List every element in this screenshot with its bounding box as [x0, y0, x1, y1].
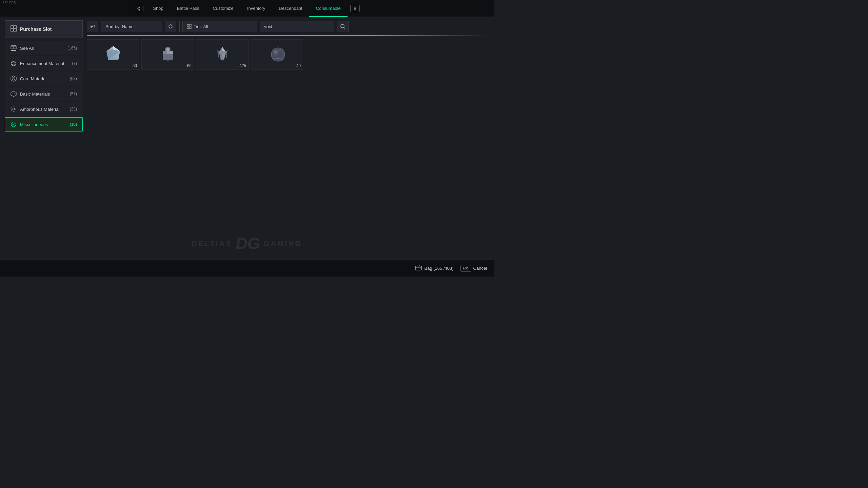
- svg-rect-3: [14, 29, 16, 31]
- item-grid: 50 65: [87, 39, 489, 70]
- nav-key-right[interactable]: E: [350, 5, 360, 12]
- fps-counter: 160 FPS: [3, 1, 16, 5]
- sidebar-item-see-all[interactable]: See All (165): [5, 41, 83, 55]
- enhancement-material-icon: [11, 60, 17, 66]
- svg-marker-7: [12, 77, 15, 80]
- sort-select[interactable]: Sort by: Name: [101, 21, 162, 32]
- watermark-right: GAMING: [263, 239, 302, 248]
- purchase-slot-label: Purchase Slot: [20, 26, 52, 32]
- svg-point-10: [13, 108, 15, 110]
- sidebar-amorphous-label: Amorphous Material: [20, 107, 59, 112]
- sidebar-amorphous-count: (23): [70, 107, 77, 111]
- search-input[interactable]: [260, 21, 334, 32]
- search-button[interactable]: [337, 21, 349, 32]
- sidebar-see-all-count: (165): [67, 46, 77, 50]
- item-card-2[interactable]: 65: [141, 39, 194, 70]
- toolbar-divider: [179, 21, 180, 32]
- svg-rect-0: [11, 26, 13, 28]
- sidebar-see-all-label: See All: [20, 46, 34, 51]
- item-count-3: 425: [239, 63, 246, 68]
- sidebar-core-count: (68): [70, 76, 77, 81]
- miscellaneous-icon: [11, 121, 17, 127]
- item-count-1: 50: [133, 63, 137, 68]
- sidebar-item-misc-left: Miscellaneous: [11, 121, 48, 127]
- sidebar-item-miscellaneous[interactable]: Miscellaneous (10): [5, 117, 83, 131]
- sidebar-item-amorphous-left: Amorphous Material: [11, 106, 59, 112]
- nav-item-shop[interactable]: Shop: [146, 0, 170, 17]
- svg-marker-6: [11, 76, 16, 81]
- tier-select[interactable]: Tier: All: [182, 21, 257, 32]
- sidebar-core-label: Core Material: [20, 76, 46, 81]
- core-material-icon: [11, 76, 17, 82]
- svg-point-9: [11, 107, 16, 111]
- purchase-slot-button[interactable]: Purchase Slot: [5, 20, 83, 38]
- sidebar-basic-label: Basic Materials: [20, 92, 50, 97]
- sidebar-item-see-all-left: See All: [11, 45, 34, 51]
- see-all-icon: [11, 45, 17, 51]
- svg-rect-12: [187, 24, 189, 26]
- item-card-3[interactable]: 425: [196, 39, 249, 70]
- sidebar-basic-count: (57): [70, 92, 77, 96]
- sidebar: Purchase Slot See All (165): [5, 20, 83, 273]
- sidebar-enhancement-label: Enhancement Material: [20, 61, 64, 66]
- svg-rect-27: [163, 51, 167, 60]
- bottom-bar: Bag (165 /403) Esc Cancel: [0, 260, 494, 277]
- sidebar-enhancement-count: (7): [72, 61, 77, 66]
- bag-label: Bag (165 /403): [425, 266, 454, 271]
- item-count-2: 65: [187, 63, 192, 68]
- nav-item-customize[interactable]: Customize: [206, 0, 240, 17]
- nav-item-consumable[interactable]: Consumable: [309, 0, 348, 17]
- cancel-label: Cancel: [473, 266, 487, 271]
- svg-rect-42: [415, 266, 421, 270]
- sidebar-item-enhancement-material[interactable]: Enhancement Material (7): [5, 56, 83, 70]
- sidebar-item-core-left: Core Material: [11, 76, 46, 82]
- watermark-left: DELTIAS: [192, 239, 232, 248]
- svg-rect-13: [190, 24, 191, 26]
- nav-key-left[interactable]: Q: [134, 5, 143, 12]
- basic-materials-icon: [11, 91, 17, 97]
- sidebar-item-amorphous-material[interactable]: Amorphous Material (23): [5, 102, 83, 116]
- esc-key: Esc: [460, 265, 471, 272]
- svg-point-41: [274, 51, 276, 53]
- svg-rect-15: [190, 27, 191, 28]
- toolbar: Sort by: Name Tier: All: [87, 20, 489, 33]
- sidebar-item-core-material[interactable]: Core Material (68): [5, 72, 83, 86]
- nav-item-descendant[interactable]: Descendant: [272, 0, 309, 17]
- watermark-logo: DG: [236, 234, 260, 253]
- top-navigation: 160 FPS Q Shop Battle Pass Customize Inv…: [0, 0, 494, 17]
- svg-point-29: [166, 48, 170, 51]
- svg-rect-14: [187, 27, 189, 28]
- bag-info: Bag (165 /403): [415, 264, 454, 272]
- sidebar-item-basic-materials[interactable]: Basic Materials (57): [5, 87, 83, 101]
- amorphous-material-icon: [11, 106, 17, 112]
- content-top-line: [87, 35, 489, 36]
- item-card-1[interactable]: 50: [87, 39, 139, 70]
- refresh-button[interactable]: [165, 21, 176, 32]
- purchase-slot-icon: [11, 25, 17, 33]
- sort-direction-button[interactable]: [87, 21, 98, 32]
- sidebar-misc-count: (10): [70, 122, 77, 127]
- watermark: DELTIAS DG GAMING: [192, 234, 302, 253]
- sidebar-item-basic-left: Basic Materials: [11, 91, 50, 97]
- svg-rect-2: [11, 29, 13, 31]
- item-card-4[interactable]: 49: [251, 39, 303, 70]
- sidebar-item-enhancement-left: Enhancement Material: [11, 60, 64, 66]
- nav-item-battle-pass[interactable]: Battle Pass: [170, 0, 206, 17]
- svg-point-16: [341, 24, 344, 28]
- tier-label: Tier: All: [194, 24, 208, 29]
- svg-rect-1: [14, 26, 16, 28]
- bag-icon: [415, 264, 422, 272]
- sort-label: Sort by: Name: [105, 24, 134, 29]
- nav-item-inventory[interactable]: Inventory: [240, 0, 272, 17]
- svg-marker-8: [11, 91, 16, 97]
- sidebar-misc-label: Miscellaneous: [20, 122, 48, 127]
- cancel-button[interactable]: Esc Cancel: [460, 265, 487, 272]
- item-count-4: 49: [296, 63, 301, 68]
